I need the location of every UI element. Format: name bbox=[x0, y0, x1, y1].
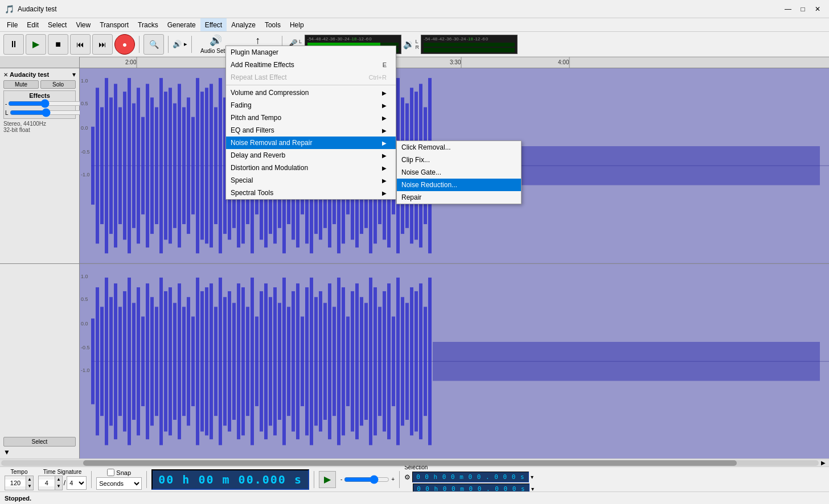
select-button[interactable]: Select bbox=[3, 437, 76, 447]
repeat-last-label: Repeat Last Effect bbox=[231, 73, 287, 81]
svg-rect-31 bbox=[150, 97, 154, 234]
svg-rect-21 bbox=[105, 78, 108, 253]
svg-rect-37 bbox=[178, 84, 181, 247]
track-dropdown-btn[interactable]: ▾ bbox=[72, 71, 76, 79]
menu-file[interactable]: File bbox=[2, 18, 22, 31]
svg-rect-24 bbox=[118, 108, 122, 225]
volume-compression-arrow: ▶ bbox=[382, 90, 387, 96]
track-side-panel-upper: ✕ Audacity test ▾ Mute Solo Effects - + bbox=[0, 68, 80, 263]
play-toolbar: ⏸ ▶ ■ ⏮ ⏭ ● 🔍 🔊 ▸ 🔊 Audio Setup ↑ Share … bbox=[0, 32, 829, 57]
svg-rect-35 bbox=[169, 88, 172, 243]
audio-setup-icon: 🔊 bbox=[210, 34, 222, 47]
special-label: Special bbox=[231, 176, 253, 184]
effect-noise-removal[interactable]: Noise Removal and Repair ▶ bbox=[226, 137, 396, 149]
scroll-right-arrow[interactable]: ▶ bbox=[819, 460, 828, 466]
effect-delay-reverb[interactable]: Delay and Reverb ▶ bbox=[226, 149, 396, 162]
svg-rect-36 bbox=[173, 104, 177, 228]
menu-help[interactable]: Help bbox=[285, 18, 309, 31]
tempo-spinners: ▲ ▼ bbox=[26, 476, 33, 490]
svg-rect-142 bbox=[278, 303, 281, 420]
fading-arrow: ▶ bbox=[382, 102, 387, 109]
effect-special[interactable]: Special ▶ bbox=[226, 174, 396, 187]
tempo-input[interactable] bbox=[5, 480, 26, 486]
noise-clip-fix[interactable]: Clip Fix... bbox=[397, 154, 521, 166]
ts-num-up[interactable]: ▲ bbox=[55, 476, 62, 483]
selection-dropdown-1[interactable]: ▾ bbox=[531, 474, 533, 480]
menu-view[interactable]: View bbox=[71, 18, 95, 31]
svg-rect-153 bbox=[328, 283, 331, 439]
skip-end-button[interactable]: ⏭ bbox=[92, 34, 113, 55]
skip-start-button[interactable]: ⏮ bbox=[70, 34, 91, 55]
svg-rect-108 bbox=[123, 291, 126, 431]
effect-plugin-manager[interactable]: Plugin Manager bbox=[226, 46, 396, 59]
svg-text:-1.0: -1.0 bbox=[81, 172, 90, 177]
svg-rect-126 bbox=[205, 287, 208, 435]
noise-repair[interactable]: Repair bbox=[397, 191, 521, 204]
time-sig-num-input[interactable] bbox=[39, 480, 55, 486]
volume-control: 🔊 ▸ bbox=[173, 40, 187, 48]
menu-effect[interactable]: Effect bbox=[200, 18, 227, 31]
menu-transport[interactable]: Transport bbox=[95, 18, 133, 31]
distortion-modulation-arrow: ▶ bbox=[382, 165, 387, 171]
mute-solo-row: Mute Solo bbox=[3, 80, 76, 89]
toolbar-separator-2 bbox=[168, 36, 169, 53]
vol-min-icon: - bbox=[340, 476, 342, 482]
effect-volume-compression[interactable]: Volume and Compression ▶ bbox=[226, 86, 396, 99]
svg-rect-113 bbox=[146, 283, 149, 439]
toolbar-separator-3 bbox=[191, 36, 192, 53]
pan-slider[interactable] bbox=[10, 109, 83, 116]
menu-edit[interactable]: Edit bbox=[22, 18, 43, 31]
noise-gate[interactable]: Noise Gate... bbox=[397, 166, 521, 179]
ts-num-down[interactable]: ▼ bbox=[55, 483, 62, 490]
tempo-up-btn[interactable]: ▲ bbox=[26, 476, 33, 483]
bottom-sep-4 bbox=[399, 471, 400, 488]
close-button[interactable]: ✕ bbox=[811, 3, 824, 15]
mute-button[interactable]: Mute bbox=[3, 80, 39, 89]
waveform-lower: 1.0 0.5 0.0 -0.5 -1.0 bbox=[80, 264, 829, 459]
time-sig-den-select[interactable]: 4816 bbox=[67, 476, 87, 490]
svg-rect-170 bbox=[405, 303, 409, 420]
zoom-tool-button[interactable]: 🔍 bbox=[143, 34, 164, 55]
horizontal-scrollbar[interactable]: ▶ bbox=[0, 458, 829, 466]
pause-button[interactable]: ⏸ bbox=[3, 34, 24, 55]
track-close-btn[interactable]: ✕ bbox=[3, 72, 8, 78]
selection-gear-icon[interactable]: ⚙ bbox=[404, 473, 411, 481]
menu-select[interactable]: Select bbox=[43, 18, 71, 31]
play-from-start-btn[interactable]: ▶ bbox=[319, 471, 336, 488]
svg-rect-155 bbox=[337, 277, 340, 445]
tempo-down-btn[interactable]: ▼ bbox=[26, 483, 33, 490]
effect-spectral-tools[interactable]: Spectral Tools ▶ bbox=[226, 187, 396, 199]
snap-checkbox[interactable] bbox=[107, 469, 114, 476]
playback-vol-slider[interactable] bbox=[344, 475, 389, 484]
menu-tracks[interactable]: Tracks bbox=[133, 18, 163, 31]
effect-add-realtime[interactable]: Add Realtime Effects E bbox=[226, 59, 396, 71]
minimize-button[interactable]: — bbox=[781, 3, 795, 15]
selection-display: Selection ⚙ 0 0 h 0 0 m 0 0 . 0 0 0 s ▾ … bbox=[404, 464, 534, 494]
svg-rect-133 bbox=[237, 283, 240, 439]
svg-rect-139 bbox=[264, 283, 268, 439]
stop-button[interactable]: ■ bbox=[48, 34, 68, 55]
effect-eq-filters[interactable]: EQ and Filters ▶ bbox=[226, 124, 396, 137]
svg-rect-39 bbox=[187, 97, 190, 234]
menu-generate[interactable]: Generate bbox=[163, 18, 200, 31]
maximize-button[interactable]: □ bbox=[796, 3, 810, 15]
menu-tools[interactable]: Tools bbox=[260, 18, 285, 31]
effect-distortion-modulation[interactable]: Distortion and Modulation ▶ bbox=[226, 162, 396, 174]
noise-reduction[interactable]: Noise Reduction... bbox=[397, 179, 521, 191]
noise-click-removal[interactable]: Click Removal... bbox=[397, 141, 521, 154]
effect-pitch-tempo[interactable]: Pitch and Tempo ▶ bbox=[226, 111, 396, 124]
solo-button[interactable]: Solo bbox=[40, 80, 76, 89]
svg-rect-30 bbox=[146, 84, 149, 247]
svg-rect-27 bbox=[132, 104, 136, 228]
gain-slider[interactable] bbox=[8, 100, 81, 107]
play-button[interactable]: ▶ bbox=[26, 34, 46, 55]
effect-fading[interactable]: Fading ▶ bbox=[226, 99, 396, 111]
menu-analyze[interactable]: Analyze bbox=[227, 18, 260, 31]
noise-removal-submenu: Click Removal... Clip Fix... Noise Gate.… bbox=[396, 141, 522, 204]
toolbar-separator-1 bbox=[139, 36, 139, 53]
svg-rect-38 bbox=[182, 108, 186, 225]
snap-unit-select[interactable]: Seconds Beats Measures bbox=[96, 477, 142, 490]
effect-repeat-last: Repeat Last Effect Ctrl+R bbox=[226, 71, 396, 84]
record-button[interactable]: ● bbox=[114, 34, 135, 55]
svg-rect-33 bbox=[159, 78, 163, 253]
